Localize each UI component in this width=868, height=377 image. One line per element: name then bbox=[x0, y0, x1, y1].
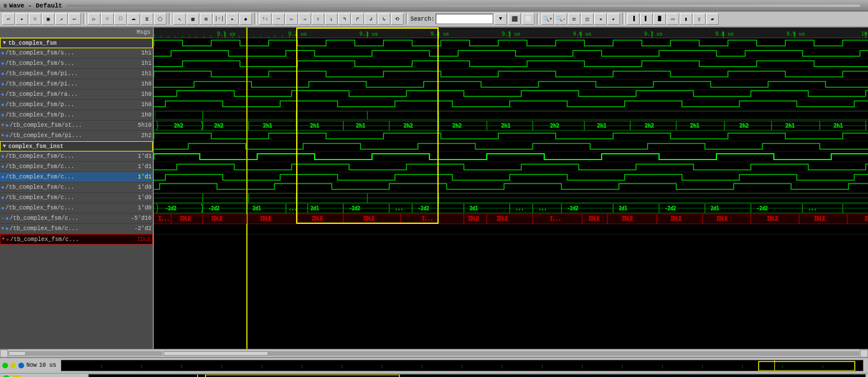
tb-btn-r5[interactable]: ▮ bbox=[680, 13, 692, 25]
tb-btn-18[interactable]: ◆ bbox=[239, 13, 252, 25]
signal-row-7[interactable]: + ◆ /tb_complex_fsm/st... 5h10 bbox=[0, 121, 153, 131]
signal-name-11: /tb_complex_fsm/c... bbox=[5, 174, 135, 180]
signal-row-4[interactable]: ◆ /tb_complex_fsm/ra... 1h0 bbox=[0, 90, 153, 100]
tb-btn-10[interactable]: ▬ bbox=[127, 13, 140, 25]
tb-btn-9[interactable]: □ bbox=[114, 13, 127, 25]
bus-expand-7[interactable]: + bbox=[1, 123, 4, 129]
signal-row-3[interactable]: ◆ /tb_complex_fsm/pi... 1h0 bbox=[0, 79, 153, 90]
signal-row-8[interactable]: + ◆ /tb_complex_fsm/pi... 2h2 bbox=[0, 131, 153, 141]
bus-expand-15[interactable]: - bbox=[1, 216, 4, 221]
waveform-panel[interactable]: 9.1 us 9.2 us 9.3 us 9.4 us 9.5 us 9.6 u… bbox=[154, 28, 868, 349]
tb-btn-4[interactable]: ▣ bbox=[42, 13, 55, 25]
tb-btn-5[interactable]: ↗ bbox=[55, 13, 68, 25]
tb-btn-17[interactable]: ▸ bbox=[226, 13, 239, 25]
tb-btn-14[interactable]: ▦ bbox=[187, 13, 199, 25]
svg-text:-2d2: -2d2 bbox=[567, 206, 578, 211]
signal-row-17[interactable]: + ◆ /tb_complex_fsm/c... IDLE bbox=[0, 234, 153, 244]
horizontal-scrollbar[interactable]: ◂ ▸ bbox=[0, 349, 868, 357]
tb-btn-29[interactable]: ⟲ bbox=[391, 13, 404, 25]
tb-btn-1[interactable]: ↩ bbox=[2, 13, 15, 25]
tb-btn-13[interactable]: ↖ bbox=[173, 13, 186, 25]
tb-btn-r7[interactable]: ▰ bbox=[706, 13, 719, 25]
signal-row-9[interactable]: ◆ /tb_complex_fsm/c... 1'd1 bbox=[0, 151, 153, 162]
tb-btn-8[interactable]: ○ bbox=[101, 13, 114, 25]
search-input[interactable] bbox=[436, 14, 493, 24]
signal-val-14: 1'd0 bbox=[138, 205, 152, 211]
signal-name-10: /tb_complex_fsm/c... bbox=[5, 164, 135, 170]
zoom-full-btn[interactable]: ⊡ bbox=[568, 13, 580, 25]
main-scroll-thumb[interactable] bbox=[164, 351, 268, 356]
group-tb-complex-fsm[interactable]: ▼ tb_complex_fsm bbox=[0, 38, 153, 48]
tb-btn-25[interactable]: ↰ bbox=[338, 13, 351, 25]
signal-row-14[interactable]: ◆ /tb_complex_fsm/c... 1'd0 bbox=[0, 203, 153, 213]
signal-name-1: /tb_complex_fsm/s... bbox=[5, 60, 139, 67]
signal-val-3: 1h0 bbox=[141, 81, 152, 87]
tb-btn-26[interactable]: ↱ bbox=[351, 13, 364, 25]
tb-btn-r6[interactable]: ▯ bbox=[693, 13, 706, 25]
tb-btn-15[interactable]: ⊞ bbox=[200, 13, 212, 25]
tb-btn-r2[interactable]: ▌ bbox=[640, 13, 653, 25]
signal-name-14: /tb_complex_fsm/c... bbox=[5, 205, 135, 211]
signal-row-2[interactable]: ◆ /tb_complex_fsm/pi... 1h1 bbox=[0, 69, 153, 79]
zoom-right-btn[interactable]: ▸ bbox=[607, 13, 620, 25]
tb-btn-24[interactable]: ⇓ bbox=[325, 13, 338, 25]
tb-btn-19[interactable]: ↑↓ bbox=[259, 13, 272, 25]
tb-btn-6[interactable]: ⟵ bbox=[68, 13, 81, 25]
search-btn-3[interactable]: ⬜ bbox=[522, 13, 534, 25]
tb-btn-22[interactable]: ⇒ bbox=[299, 13, 311, 25]
signal-row-16[interactable]: + ◆ /tb_complex_fsm/c... -2'd2 bbox=[0, 224, 153, 234]
tb-btn-3[interactable]: ⌂ bbox=[29, 13, 41, 25]
group-1-name: tb_complex_fsm bbox=[8, 40, 56, 46]
tb-btn-r3[interactable]: █ bbox=[653, 13, 666, 25]
signal-val-0: 1h1 bbox=[141, 50, 152, 56]
zoom-fit-btn[interactable]: ◫ bbox=[581, 13, 594, 25]
now-value: 10 us bbox=[39, 362, 56, 368]
zoom-in-btn[interactable]: 🔍+ bbox=[541, 13, 554, 25]
tb-btn-7[interactable]: ▷ bbox=[88, 13, 100, 25]
group-complex-fsm-inst[interactable]: ▼ complex_fsm_inst bbox=[0, 141, 153, 151]
expand-icon-2[interactable]: ▼ bbox=[3, 143, 6, 149]
signal-row-13[interactable]: ◆ /tb_complex_fsm/c... 1'd0 bbox=[0, 193, 153, 203]
main-scroll-track[interactable] bbox=[164, 351, 859, 356]
bus-expand-17[interactable]: + bbox=[2, 236, 5, 242]
tb-btn-2[interactable]: ✦ bbox=[16, 13, 28, 25]
zoom-out-btn[interactable]: 🔍- bbox=[555, 13, 567, 25]
tb-btn-r1[interactable]: ▐ bbox=[627, 13, 640, 25]
signal-val-1: 1h1 bbox=[141, 60, 152, 67]
signal-row-11[interactable]: ◆ /tb_complex_fsm/c... 1'd1 bbox=[0, 172, 153, 182]
signal-row-0[interactable]: ◆ /tb_complex_fsm/s... 1h1 bbox=[0, 48, 153, 59]
tb-btn-21[interactable]: ⇐ bbox=[285, 13, 298, 25]
signal-row-12[interactable]: ◆ /tb_complex_fsm/c... 1'd0 bbox=[0, 182, 153, 193]
svg-text:2h2: 2h2 bbox=[452, 123, 462, 129]
signal-row-5[interactable]: ◆ /tb_complex_fsm/p... 1h0 bbox=[0, 100, 153, 110]
sep-2 bbox=[169, 13, 171, 25]
search-btn-1[interactable]: ▼ bbox=[494, 13, 507, 25]
tb-btn-23[interactable]: ⇑ bbox=[312, 13, 324, 25]
signal-row-15[interactable]: - ◆ /tb_complex_fsm/c... -5'd16 bbox=[0, 213, 153, 224]
timeline-overview[interactable] bbox=[61, 360, 863, 371]
search-btn-2[interactable]: ⬛ bbox=[508, 13, 521, 25]
tb-btn-27[interactable]: ↲ bbox=[365, 13, 377, 25]
bus-expand-8[interactable]: + bbox=[1, 133, 4, 139]
tb-btn-28[interactable]: ↳ bbox=[378, 13, 390, 25]
scroll-right-arrow[interactable]: ▸ bbox=[860, 349, 868, 357]
wire-icon-11: ◆ bbox=[1, 174, 4, 180]
tb-btn-12[interactable]: ⬡ bbox=[154, 13, 166, 25]
wire-icon-13: ◆ bbox=[1, 195, 4, 201]
expand-icon-1[interactable]: ▼ bbox=[3, 40, 6, 46]
zoom-left-btn[interactable]: ◂ bbox=[594, 13, 607, 25]
signal-row-1[interactable]: ◆ /tb_complex_fsm/s... 1h1 bbox=[0, 59, 153, 69]
signal-row-10[interactable]: ◆ /tb_complex_fsm/c... 1'd1 bbox=[0, 162, 153, 172]
status-dot-yellow bbox=[10, 363, 16, 368]
signal-row-6[interactable]: ◆ /tb_complex_fsm/p... 1h0 bbox=[0, 110, 153, 121]
tb-btn-20[interactable]: ↔ bbox=[272, 13, 285, 25]
tb-btn-16[interactable]: |↑| bbox=[213, 13, 226, 25]
svg-text:-2d2: -2d2 bbox=[208, 206, 219, 211]
signal-val-10: 1'd1 bbox=[138, 164, 152, 170]
tb-btn-r4[interactable]: ▭ bbox=[666, 13, 679, 25]
tb-btn-11[interactable]: ≣ bbox=[141, 13, 153, 25]
left-scroll-thumb[interactable] bbox=[9, 351, 26, 356]
wire-icon-1: ◆ bbox=[1, 60, 4, 67]
bus-expand-16[interactable]: + bbox=[1, 226, 4, 232]
scroll-left-arrow[interactable]: ◂ bbox=[0, 349, 8, 357]
